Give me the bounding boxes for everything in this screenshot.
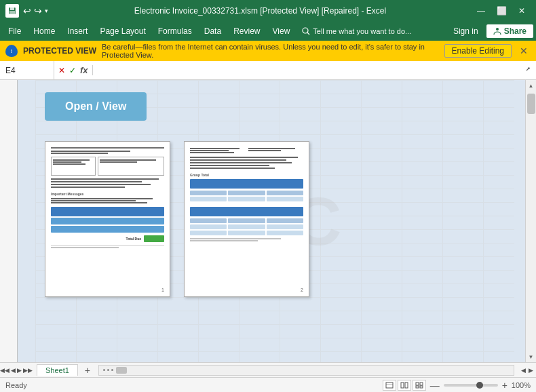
sheet-content: Open / View xyxy=(18,80,525,309)
formula-icons: ✕ ✓ fx xyxy=(54,65,93,75)
cell-reference-box[interactable]: E4 xyxy=(0,61,54,79)
zoom-slider[interactable] xyxy=(444,384,498,387)
normal-view-button[interactable] xyxy=(383,380,396,391)
document-preview-2: Group Total xyxy=(184,141,309,297)
status-bar: Ready — + 100% xyxy=(0,377,536,392)
minimize-button[interactable]: — xyxy=(472,4,490,18)
share-label: Share xyxy=(504,26,527,36)
doc2-data-rows-2 xyxy=(190,197,303,201)
menu-insert[interactable]: Insert xyxy=(62,24,93,38)
horizontal-scrollbar[interactable] xyxy=(98,365,514,376)
scroll-left-arrow[interactable]: ◀ xyxy=(521,367,526,374)
svg-rect-11 xyxy=(416,383,419,385)
zoom-plus[interactable]: + xyxy=(502,380,508,391)
sheet-nav-arrows[interactable]: ◀◀ ◀ ▶ ▶▶ xyxy=(0,367,33,374)
enable-editing-button[interactable]: Enable Editing xyxy=(444,44,512,58)
redo-button[interactable]: ↪ xyxy=(34,5,42,16)
row-numbers xyxy=(0,80,18,362)
view-buttons xyxy=(383,380,426,391)
fx-icon[interactable]: fx xyxy=(80,65,88,75)
nav-next[interactable]: ▶ xyxy=(17,367,22,374)
doc-top-row xyxy=(51,157,164,176)
save-icon[interactable] xyxy=(5,4,19,18)
window-title: Electronic Invoice_00332731.xlsm [Protec… xyxy=(48,6,472,16)
page-number-2: 2 xyxy=(301,288,303,292)
doc-total: Total Due xyxy=(51,235,164,242)
sign-in-button[interactable]: Sign in xyxy=(448,24,484,38)
svg-line-4 xyxy=(307,33,309,35)
doc-footer-divider xyxy=(51,245,164,246)
undo-button[interactable]: ↩ xyxy=(23,5,31,16)
scroll-right-arrow[interactable]: ▶ xyxy=(529,367,533,374)
nav-last[interactable]: ▶▶ xyxy=(23,367,33,374)
svg-point-3 xyxy=(303,28,308,33)
tell-me-field[interactable]: Tell me what you want to do... xyxy=(296,25,417,37)
nav-prev[interactable]: ◀ xyxy=(11,367,16,374)
svg-point-5 xyxy=(496,28,499,31)
scroll-up-arrow[interactable]: ▲ xyxy=(526,80,537,91)
document-previews: Important Messages Total Due xyxy=(45,141,309,297)
svg-rect-9 xyxy=(401,383,404,388)
doc-line xyxy=(51,147,164,149)
protected-view-bar: ! PROTECTED VIEW Be careful—files from t… xyxy=(0,41,536,61)
svg-rect-13 xyxy=(416,386,419,388)
sheet-grid[interactable]: GTC Open / View xyxy=(18,80,525,362)
zoom-minus[interactable]: — xyxy=(430,380,440,391)
doc2-data-rows xyxy=(190,191,303,195)
cancel-formula-icon[interactable]: ✕ xyxy=(58,66,65,75)
maximize-button[interactable]: ⬜ xyxy=(493,4,510,18)
doc2-bottom-section xyxy=(190,207,303,235)
scroll-thumb[interactable] xyxy=(527,94,535,114)
menu-review[interactable]: Review xyxy=(228,24,265,38)
menu-view[interactable]: View xyxy=(267,24,296,38)
h-scroll-thumb[interactable] xyxy=(116,367,127,374)
undo-redo-group: ↩ ↪ ▾ xyxy=(23,5,48,16)
doc2-blue-bar-1 xyxy=(190,179,303,189)
svg-rect-12 xyxy=(420,383,423,385)
open-view-button[interactable]: Open / View xyxy=(45,92,147,121)
page-number-1: 1 xyxy=(161,288,164,292)
protected-view-label: PROTECTED VIEW xyxy=(23,46,96,56)
doc2-group-header: Group Total xyxy=(190,173,303,177)
document-preview-1: Important Messages Total Due xyxy=(45,141,170,297)
scroll-down-arrow[interactable]: ▼ xyxy=(526,351,537,362)
title-controls-left: ↩ ↪ ▾ xyxy=(5,4,48,18)
menu-home[interactable]: Home xyxy=(28,24,60,38)
important-messages: Important Messages xyxy=(51,192,164,196)
nav-first[interactable]: ◀◀ xyxy=(0,367,9,374)
close-button[interactable]: ✕ xyxy=(513,4,531,18)
svg-rect-10 xyxy=(405,383,408,388)
page-break-view-button[interactable] xyxy=(413,380,426,391)
doc-blue-section xyxy=(51,207,164,233)
sheet-tab-1[interactable]: Sheet1 xyxy=(37,364,78,376)
svg-rect-1 xyxy=(10,7,14,10)
page-layout-view-button[interactable] xyxy=(398,380,411,391)
formula-bar: E4 ✕ ✓ fx xyxy=(0,61,536,80)
formula-bar-expand[interactable] xyxy=(520,65,536,75)
protected-view-text: Be careful—files from the Internet can c… xyxy=(102,43,439,59)
window-controls: — ⬜ ✕ xyxy=(472,4,531,18)
share-button[interactable]: Share xyxy=(486,24,533,38)
sheet-tab-bar: ◀◀ ◀ ▶ ▶▶ Sheet1 + ◀ ▶ xyxy=(0,362,536,377)
svg-rect-7 xyxy=(386,383,393,388)
spreadsheet-area: GTC Open / View xyxy=(0,80,536,362)
add-sheet-button[interactable]: + xyxy=(81,364,94,376)
vertical-scrollbar[interactable]: ▲ ▼ xyxy=(525,80,536,362)
doc-header-text xyxy=(51,151,164,154)
scroll-arrows-right: ◀ ▶ xyxy=(518,367,536,374)
menu-page-layout[interactable]: Page Layout xyxy=(94,24,151,38)
zoom-level: 100% xyxy=(512,381,531,389)
close-protected-bar-button[interactable]: ✕ xyxy=(517,45,531,56)
status-right-group: — + 100% xyxy=(383,380,531,391)
doc2-top xyxy=(190,147,303,154)
scroll-indicator xyxy=(100,369,116,371)
zoom-thumb[interactable] xyxy=(476,382,483,389)
menu-file[interactable]: File xyxy=(3,24,26,38)
shield-icon: ! xyxy=(5,45,18,57)
menu-formulas[interactable]: Formulas xyxy=(153,24,197,38)
menu-data[interactable]: Data xyxy=(199,24,227,38)
status-ready: Ready xyxy=(5,381,27,389)
confirm-formula-icon[interactable]: ✓ xyxy=(69,66,76,75)
tell-me-label: Tell me what you want to do... xyxy=(313,27,411,35)
svg-text:!: ! xyxy=(11,49,12,54)
